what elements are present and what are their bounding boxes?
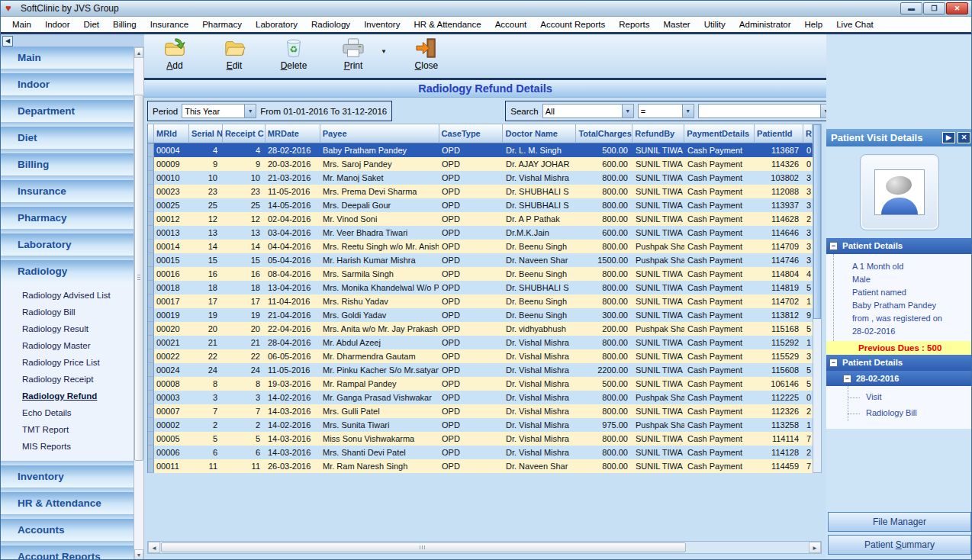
- column-header-mrdate[interactable]: MRDate: [266, 124, 320, 143]
- edit-button[interactable]: Edit: [214, 37, 254, 71]
- column-header-receipt-c[interactable]: Receipt C: [223, 124, 266, 143]
- sidebar-section-department[interactable]: Department: [1, 100, 134, 122]
- table-row[interactable]: 000066614-03-2016Mrs. Shanti Devi PatelO…: [148, 446, 813, 459]
- search-value-select[interactable]: ▼: [698, 104, 832, 118]
- table-row[interactable]: 00012121202-04-2016Mr. Vinod SoniOPDDr. …: [148, 212, 813, 226]
- menu-item-main[interactable]: Main: [5, 18, 38, 31]
- menu-item-radiology[interactable]: Radiology: [304, 18, 357, 31]
- collapse-minus-icon[interactable]: −: [843, 375, 851, 383]
- row-selector[interactable]: [148, 212, 154, 226]
- operator-select[interactable]: = ▼: [638, 104, 694, 118]
- menu-item-indoor[interactable]: Indoor: [38, 18, 77, 31]
- table-row[interactable]: 00011111126-03-2016Mr. Ram Naresh SinghO…: [148, 459, 813, 473]
- dropdown-arrow-icon[interactable]: ▼: [682, 105, 694, 117]
- search-field-select[interactable]: All ▼: [542, 104, 634, 118]
- table-row[interactable]: 00025252514-05-2016Mrs. Deepali GourOPDD…: [148, 198, 813, 212]
- sidebar-section-laboratory[interactable]: Laboratory: [1, 233, 134, 256]
- row-selector[interactable]: [148, 446, 154, 459]
- row-selector[interactable]: [148, 240, 154, 253]
- table-row[interactable]: 00022222206-05-2016Mr. Dharmendra Gautam…: [148, 349, 813, 363]
- sidebar-scrollbar[interactable]: ▲ ▼: [134, 47, 144, 560]
- table-row[interactable]: 00019191921-04-2016Mrs. Goldi YadavOPDDr…: [148, 308, 813, 322]
- table-row[interactable]: 000099920-03-2016Mrs. Saroj PandeyOPDDr.…: [148, 157, 813, 171]
- sidebar-item-radiology-advised-list[interactable]: Radiology Advised List: [1, 287, 134, 304]
- dropdown-arrow-icon[interactable]: ▼: [244, 105, 256, 117]
- row-selector[interactable]: [148, 171, 154, 185]
- row-selector[interactable]: [148, 377, 154, 391]
- panel-expand-icon[interactable]: ▶: [942, 132, 955, 143]
- grid-horizontal-scrollbar[interactable]: ◄ ►: [147, 541, 822, 554]
- scroll-down-icon[interactable]: ▼: [134, 549, 143, 560]
- sidebar-section-accounts[interactable]: Accounts: [1, 519, 134, 541]
- column-header-paymentdetails[interactable]: PaymentDetails: [684, 124, 755, 143]
- table-row[interactable]: 00014141404-04-2016Mrs. Reetu Singh w/o …: [148, 240, 813, 253]
- table-row[interactable]: 00015151505-04-2016Mr. Harish Kumar Mish…: [148, 253, 813, 267]
- close-button[interactable]: Close: [407, 37, 446, 71]
- sidebar-item-radiology-price-list[interactable]: Radiology Price List: [1, 354, 134, 371]
- table-row[interactable]: 00020202022-04-2016Mrs. Anita w/o Mr. Ja…: [148, 322, 813, 336]
- scroll-up-icon[interactable]: ▲: [134, 47, 143, 58]
- grid-vertical-scrollbar[interactable]: [813, 124, 822, 473]
- table-row[interactable]: 00024242411-05-2016Mr. Pinku Kacher S/o …: [148, 363, 813, 377]
- row-selector[interactable]: [148, 253, 154, 267]
- column-header-payee[interactable]: Payee: [320, 124, 439, 143]
- row-selector[interactable]: [148, 336, 154, 349]
- delete-button[interactable]: ♻ Delete: [274, 37, 314, 71]
- table-row[interactable]: 00016161608-04-2016Mrs. Sarmila SinghOPD…: [148, 267, 813, 281]
- menu-item-administrator[interactable]: Administrator: [732, 18, 798, 31]
- table-row[interactable]: 000022214-02-2016Mrs. Sunita TiwariOPDDr…: [148, 418, 813, 432]
- add-button[interactable]: Add: [155, 37, 195, 71]
- menu-item-laboratory[interactable]: Laboratory: [249, 18, 304, 31]
- column-header-casetype[interactable]: CaseType: [439, 124, 504, 143]
- table-row[interactable]: 00013131303-04-2016Mr. Veer Bhadra Tiwar…: [148, 226, 813, 240]
- menu-item-insurance[interactable]: Insurance: [143, 18, 196, 31]
- visit-item-radiology-bill[interactable]: Radiology Bill: [826, 405, 972, 421]
- column-header-mrid[interactable]: MRId: [154, 124, 189, 143]
- table-row[interactable]: 000088819-03-2016Mr. Rampal PandeyOPDDr.…: [148, 377, 813, 391]
- row-selector[interactable]: [148, 459, 154, 473]
- sidebar-scroll-track[interactable]: [134, 58, 143, 549]
- column-header-doctor-name[interactable]: Doctor Name: [503, 124, 576, 143]
- sidebar-section-insurance[interactable]: Insurance: [1, 180, 134, 202]
- row-selector[interactable]: [148, 322, 154, 336]
- patient-details-section-2[interactable]: − Patient Details: [826, 355, 972, 371]
- menu-item-utility[interactable]: Utility: [697, 18, 732, 31]
- menu-item-account[interactable]: Account: [488, 18, 534, 31]
- column-header-refundby[interactable]: RefundBy: [632, 124, 684, 143]
- table-row[interactable]: 00021212128-04-2016Mr. Abdul AzeejOPDDr.…: [148, 336, 813, 349]
- visit-date-node[interactable]: − 28-02-2016: [826, 371, 972, 386]
- scroll-left-icon[interactable]: ◄: [148, 542, 160, 553]
- row-selector[interactable]: [148, 267, 154, 281]
- panel-close-icon[interactable]: ✕: [958, 132, 970, 143]
- menu-item-diet[interactable]: Diet: [77, 18, 106, 31]
- row-selector[interactable]: [148, 432, 154, 446]
- menu-item-master[interactable]: Master: [657, 18, 697, 31]
- restore-button[interactable]: ❐: [923, 2, 945, 14]
- sidebar-section-diet[interactable]: Diet: [1, 127, 134, 149]
- row-selector[interactable]: [148, 157, 154, 171]
- sidebar-item-radiology-result[interactable]: Radiology Result: [1, 320, 134, 337]
- table-row[interactable]: 000055514-03-2016Miss Sonu VishwakarmaOP…: [148, 432, 813, 446]
- table-row[interactable]: 000044428-02-2016Baby Pratham PandeyOPDD…: [148, 143, 813, 157]
- sidebar-section-inventory[interactable]: Inventory: [1, 465, 134, 488]
- row-selector[interactable]: [148, 391, 154, 404]
- sidebar-item-echo-details[interactable]: Echo Details: [1, 404, 134, 421]
- menu-item-reports[interactable]: Reports: [612, 18, 656, 31]
- table-row[interactable]: 000033314-02-2016Mr. Ganga Prasad Vishwa…: [148, 391, 813, 404]
- sidebar-item-radiology-receipt[interactable]: Radiology Receipt: [1, 371, 134, 388]
- row-selector[interactable]: [148, 281, 154, 294]
- sidebar-scroll-thumb[interactable]: [134, 95, 143, 461]
- row-selector[interactable]: [148, 404, 154, 418]
- row-selector[interactable]: [148, 349, 154, 363]
- column-header-totalcharges[interactable]: TotalCharges: [576, 124, 632, 143]
- row-selector[interactable]: [148, 294, 154, 308]
- patient-details-section-1[interactable]: − Patient Details: [826, 238, 972, 254]
- menu-item-inventory[interactable]: Inventory: [357, 18, 407, 31]
- sidebar-section-pharmacy[interactable]: Pharmacy: [1, 207, 134, 229]
- column-header-patientid[interactable]: PatientId: [755, 124, 803, 143]
- table-row[interactable]: 000077714-03-2016Mrs. Gulli PatelOPDDr. …: [148, 404, 813, 418]
- row-selector[interactable]: [148, 363, 154, 377]
- menu-item-pharmacy[interactable]: Pharmacy: [195, 18, 249, 31]
- menu-item-account-reports[interactable]: Account Reports: [533, 18, 612, 31]
- sidebar-section-indoor[interactable]: Indoor: [1, 73, 134, 95]
